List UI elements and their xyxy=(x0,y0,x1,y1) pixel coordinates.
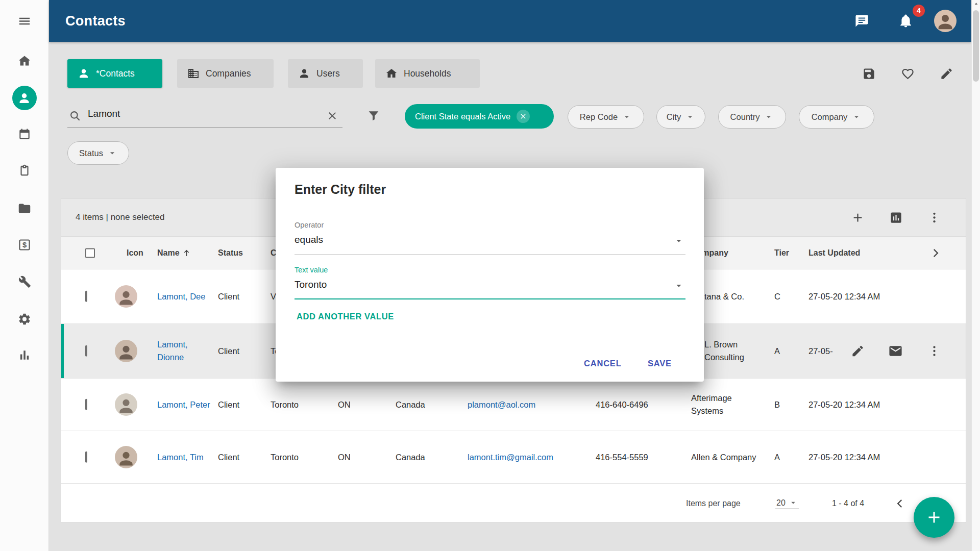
chart-view-icon[interactable] xyxy=(889,211,903,224)
scroll-up-icon[interactable] xyxy=(973,1,979,7)
contact-name-link[interactable]: Lamont, Tim xyxy=(157,451,211,464)
save-view-icon[interactable] xyxy=(862,67,876,81)
contact-city: Toronto xyxy=(271,398,299,411)
contact-city: Toronto xyxy=(271,451,299,464)
sort-up-icon xyxy=(182,248,191,258)
chip-city-label: City xyxy=(667,112,681,122)
add-contact-fab[interactable] xyxy=(914,497,954,538)
chip-status[interactable]: Status xyxy=(67,141,129,165)
column-last-updated[interactable]: Last Updated xyxy=(808,248,860,258)
previous-page-icon[interactable] xyxy=(893,497,906,510)
more-columns-chevron-icon[interactable] xyxy=(929,246,942,260)
sidebar-item-billing[interactable] xyxy=(18,238,31,252)
tab-households-label: Households xyxy=(404,68,451,79)
caret-down-icon xyxy=(764,112,774,122)
add-another-value-button[interactable]: ADD ANOTHER VALUE xyxy=(297,312,394,321)
sidebar-item-reports[interactable] xyxy=(18,348,31,362)
tab-companies[interactable]: Companies xyxy=(177,59,274,88)
sidebar-item-home[interactable] xyxy=(17,54,31,68)
mail-contact-icon[interactable] xyxy=(888,344,903,359)
scrollbar-thumb[interactable] xyxy=(973,10,979,82)
caret-down-icon xyxy=(851,112,862,122)
contact-email-link[interactable]: plamont@aol.com xyxy=(468,398,535,411)
tab-contacts-label: *Contacts xyxy=(96,68,135,79)
chip-company[interactable]: Company xyxy=(799,105,874,129)
column-status[interactable]: Status xyxy=(218,248,243,258)
bell-icon[interactable] xyxy=(898,14,913,29)
cancel-button[interactable]: CANCEL xyxy=(579,354,627,373)
chip-status-label: Status xyxy=(79,148,103,158)
sidebar-item-settings[interactable] xyxy=(17,312,31,326)
contact-tier: A xyxy=(774,451,780,464)
sidebar-item-contacts[interactable] xyxy=(12,86,37,110)
operator-select[interactable]: equals xyxy=(295,234,685,245)
sidebar-item-documents[interactable] xyxy=(17,202,31,215)
text-value: Toronto xyxy=(295,279,327,290)
chip-client-state[interactable]: Client State equals Active xyxy=(405,104,554,129)
contact-name-link[interactable]: Lamont, Dionne xyxy=(157,338,211,364)
table-row[interactable]: Lamont, Peter Client Toronto ON Canada p… xyxy=(61,379,966,431)
contact-status: Client xyxy=(218,398,239,411)
contact-avatar xyxy=(115,393,137,416)
column-tier[interactable]: Tier xyxy=(774,248,789,258)
page-size-select[interactable]: 20 xyxy=(775,498,799,509)
active-row-indicator xyxy=(61,324,64,378)
contact-province: ON xyxy=(338,451,351,464)
user-avatar[interactable] xyxy=(934,10,957,32)
chip-city[interactable]: City xyxy=(656,105,705,129)
operator-label: Operator xyxy=(295,221,324,229)
add-column-icon[interactable] xyxy=(851,211,865,224)
row-more-icon[interactable] xyxy=(927,344,941,358)
topbar: Contacts 4 xyxy=(49,0,971,42)
favorite-icon[interactable] xyxy=(901,67,915,81)
tab-households[interactable]: Households xyxy=(375,59,480,88)
chip-rep-code[interactable]: Rep Code xyxy=(568,105,644,129)
clear-search-icon[interactable] xyxy=(326,110,338,122)
chip-country[interactable]: Country xyxy=(718,105,786,129)
edit-view-icon[interactable] xyxy=(940,67,953,81)
contact-email-link[interactable]: lamont.tim@gmail.com xyxy=(468,451,553,464)
caret-down-icon xyxy=(673,235,684,246)
sidebar-item-tasks[interactable] xyxy=(18,164,31,177)
sidebar xyxy=(0,0,49,551)
row-checkbox[interactable] xyxy=(85,290,87,303)
remove-chip-icon[interactable] xyxy=(517,110,530,123)
row-checkbox[interactable] xyxy=(85,451,87,464)
row-checkbox[interactable] xyxy=(85,398,87,411)
chat-icon[interactable] xyxy=(854,14,869,29)
column-icon[interactable]: Icon xyxy=(127,248,143,258)
text-value-select[interactable]: Toronto xyxy=(295,279,685,290)
filter-icon[interactable] xyxy=(366,109,381,123)
text-value-label: Text value xyxy=(295,266,328,274)
items-per-page-label: Items per page xyxy=(686,499,741,508)
tab-companies-label: Companies xyxy=(206,68,251,79)
row-checkbox[interactable] xyxy=(85,345,87,358)
caret-down-icon xyxy=(622,112,632,122)
contact-phone: 416-554-5559 xyxy=(596,451,648,464)
column-name[interactable]: Name xyxy=(157,248,191,258)
contact-name-link[interactable]: Lamont, Dee xyxy=(157,290,211,303)
search-field xyxy=(67,104,342,128)
caret-down-icon xyxy=(789,498,798,508)
table-row[interactable]: Lamont, Tim Client Toronto ON Canada lam… xyxy=(61,431,966,484)
page-scrollbar[interactable] xyxy=(971,0,980,551)
contact-company: tana & Co. xyxy=(704,290,773,303)
more-options-icon[interactable] xyxy=(927,211,941,224)
page-title: Contacts xyxy=(65,13,126,29)
save-button[interactable]: SAVE xyxy=(643,354,677,373)
contact-avatar xyxy=(115,285,137,308)
contact-name-link[interactable]: Lamont, Peter xyxy=(157,398,211,411)
edit-contact-icon[interactable] xyxy=(851,344,865,358)
sidebar-item-calendar[interactable] xyxy=(18,128,31,141)
contact-tier: B xyxy=(774,398,780,411)
contact-last-updated: 27-05-20 12:34 AM xyxy=(808,398,911,411)
paginator: Items per page 20 1 - 4 of 4 xyxy=(61,491,966,516)
select-all-checkbox[interactable] xyxy=(85,248,95,258)
sidebar-item-tools[interactable] xyxy=(18,275,31,288)
menu-icon[interactable] xyxy=(17,14,31,28)
operator-underline xyxy=(295,255,685,255)
tab-users[interactable]: Users xyxy=(288,59,363,88)
search-input[interactable] xyxy=(88,108,302,119)
tab-contacts[interactable]: *Contacts xyxy=(67,59,162,88)
page-range-label: 1 - 4 of 4 xyxy=(832,499,864,508)
